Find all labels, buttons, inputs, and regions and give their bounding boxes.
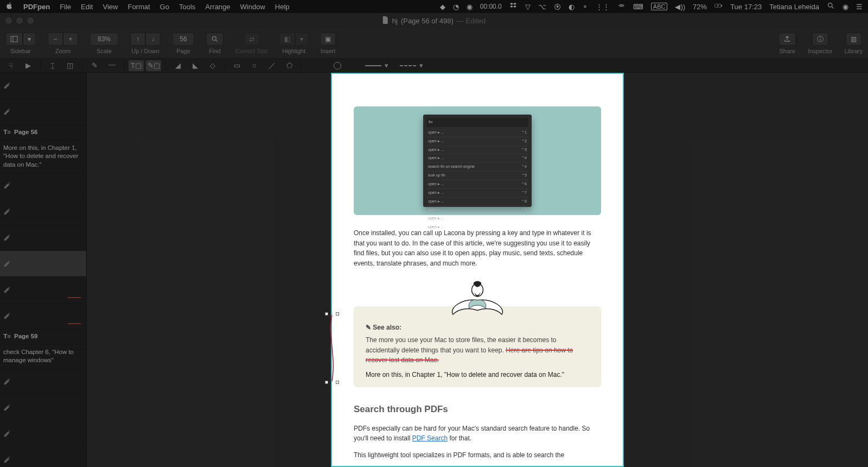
lacona-result-row: open ▸ ...⌃8	[426, 198, 528, 206]
menu-tools[interactable]: Tools	[179, 3, 195, 11]
menu-window[interactable]: Window	[240, 3, 265, 11]
page-thumbnail[interactable]	[0, 277, 86, 303]
menu-arrange[interactable]: Arrange	[205, 3, 230, 11]
volume-icon[interactable]: ◀))	[675, 3, 685, 11]
clock[interactable]: Tue 17:23	[730, 3, 762, 11]
menu-file[interactable]: File	[60, 3, 71, 11]
screenshot-figure: fin open ▸ ...⌃1open ▸ ...⌃2open ▸ ...⌃3…	[354, 106, 601, 215]
highlight-button[interactable]: ◧	[279, 33, 295, 46]
stroke-color[interactable]	[330, 60, 345, 71]
minimize-dot[interactable]	[16, 17, 23, 24]
keyboard-icon[interactable]: ⌨	[633, 3, 643, 11]
insert-button[interactable]: ▣	[320, 33, 336, 46]
sidebar-note-header[interactable]: T≡Page 59	[0, 329, 86, 345]
highlight-group: ◧ ▾ Highlight	[279, 33, 308, 54]
bluetooth-icon[interactable]: ⚬	[582, 3, 588, 11]
doc-icon	[382, 16, 389, 26]
share-button[interactable]	[778, 33, 796, 46]
dots-icon[interactable]: ⋮⋮	[596, 3, 610, 11]
page-thumbnail[interactable]	[0, 173, 86, 199]
page-thumbnail[interactable]	[0, 421, 86, 447]
correct-text-button[interactable]: ⇄	[244, 33, 259, 46]
tag-icon[interactable]: ▽	[525, 3, 531, 11]
document-canvas[interactable]: fin open ▸ ...⌃1open ▸ ...⌃2open ▸ ...⌃3…	[87, 73, 868, 467]
page-up-button[interactable]: ↑	[130, 33, 145, 46]
zoom-out-button[interactable]: −	[48, 33, 63, 46]
ellipse-tool[interactable]: ○	[247, 60, 262, 71]
line-style[interactable]: ▾	[360, 60, 393, 71]
battery-icon[interactable]	[714, 2, 723, 11]
page-thumbnail[interactable]	[0, 447, 86, 467]
text-box-tool[interactable]: T▢	[129, 60, 144, 71]
hand-tool[interactable]: ☟	[3, 60, 18, 71]
highlighter-icon	[3, 207, 11, 217]
library-button[interactable]: ▥	[846, 33, 861, 46]
menu-edit[interactable]: Edit	[81, 3, 93, 11]
apple-icon[interactable]	[5, 2, 14, 11]
menu-format[interactable]: Format	[127, 3, 150, 11]
app-name[interactable]: PDFpen	[23, 3, 50, 11]
lacona-result-row: open ▸ ...	[426, 214, 528, 223]
bolt-icon[interactable]: ◆	[440, 3, 445, 11]
area-select-tool[interactable]: ◫	[62, 60, 78, 71]
close-dot[interactable]	[5, 17, 12, 24]
thumbnail-sidebar[interactable]: T≡Page 56More on this, in Chapter 1, "Ho…	[0, 73, 87, 467]
note-tool[interactable]: ✎▢	[146, 60, 161, 71]
sidebar-dropdown[interactable]: ▾	[23, 33, 36, 46]
bt-icon[interactable]: ⌥	[538, 3, 546, 11]
app-icon[interactable]: ◐	[569, 3, 575, 11]
menu-go[interactable]: Go	[160, 3, 169, 11]
freehand-tool[interactable]: ✎	[87, 60, 102, 71]
document-page[interactable]: fin open ▸ ...⌃1open ▸ ...⌃2open ▸ ...⌃3…	[331, 73, 624, 467]
sidebar-button[interactable]	[5, 33, 23, 46]
input-source[interactable]: ABC	[651, 3, 668, 10]
page-thumbnail[interactable]	[0, 251, 86, 277]
squiggle-tool[interactable]: 〰	[104, 60, 119, 71]
sidebar-note-text[interactable]: More on this, in Chapter 1, "How to dele…	[0, 141, 86, 173]
page-down-button[interactable]: ↓	[145, 33, 161, 46]
pdf-search-link[interactable]: PDF Search	[412, 434, 448, 442]
sidebar-note-text[interactable]: check Chapter 6, "How to manage windows"	[0, 345, 86, 369]
camera-icon[interactable]: ⦿	[554, 3, 561, 11]
callout-added-note[interactable]: More on this, in Chapter 1, "How to dele…	[366, 370, 589, 380]
record-icon[interactable]: ◉	[467, 3, 473, 11]
page-thumbnail[interactable]	[0, 199, 86, 225]
highlighter-tool[interactable]: ◢	[170, 60, 186, 71]
inspector-button[interactable]: ⓘ	[812, 33, 828, 46]
menu-help[interactable]: Help	[275, 3, 290, 11]
dropbox-icon[interactable]	[509, 2, 518, 11]
page-thumbnail[interactable]	[0, 99, 86, 125]
spotlight-icon[interactable]	[827, 2, 835, 11]
page-field[interactable]: 56	[173, 33, 194, 46]
scale-field[interactable]: 83%	[90, 33, 118, 46]
menu-view[interactable]: View	[103, 3, 118, 11]
text-select-tool[interactable]: ⌶	[45, 60, 60, 71]
highlight-dropdown[interactable]: ▾	[295, 33, 308, 46]
siri-icon[interactable]: ◉	[843, 3, 848, 11]
zoom-in-button[interactable]: +	[63, 33, 78, 46]
line-tool[interactable]: ／	[264, 60, 279, 71]
eraser-tool[interactable]: ◇	[205, 60, 220, 71]
wifi-icon[interactable]	[617, 2, 626, 11]
page-thumbnail[interactable]	[0, 303, 86, 329]
page-thumbnail[interactable]	[0, 73, 86, 99]
zoom-dot[interactable]	[27, 17, 34, 24]
marker-tool[interactable]: ◣	[188, 60, 203, 71]
annotation-selection[interactable]	[327, 314, 337, 382]
polygon-tool[interactable]: ⬠	[282, 60, 297, 71]
page-thumbnail[interactable]	[0, 225, 86, 251]
dash-style[interactable]: ▾	[395, 60, 427, 71]
page-thumbnail[interactable]	[0, 369, 86, 395]
sidebar-note-header[interactable]: T≡Page 56	[0, 125, 86, 141]
user-name[interactable]: Tetiana Leheida	[769, 3, 819, 11]
page-thumbnail[interactable]	[0, 395, 86, 421]
share-label: Share	[779, 48, 795, 54]
find-button[interactable]	[206, 33, 224, 46]
notifications-icon[interactable]: ☰	[856, 3, 863, 11]
traffic-lights[interactable]	[5, 17, 34, 24]
rect-tool[interactable]: ▭	[229, 60, 245, 71]
timer-icon[interactable]: ◔	[453, 3, 459, 11]
select-tool[interactable]: ▶	[21, 60, 36, 71]
library-group: ▥ Library	[844, 33, 863, 54]
lacona-result-row: open ▸ ...⌃1	[426, 129, 528, 137]
